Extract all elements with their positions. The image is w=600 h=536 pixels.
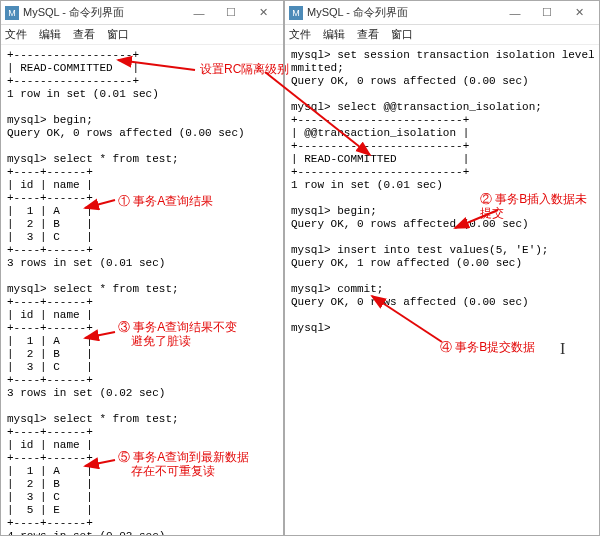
app-icon: M	[289, 6, 303, 20]
menu-view[interactable]: 查看	[73, 27, 95, 42]
svg-text:M: M	[292, 8, 300, 18]
terminal-output-b[interactable]: mysql> set session transaction isolation…	[285, 45, 599, 535]
menubar-a: 文件 编辑 查看 窗口	[1, 25, 283, 45]
terminal-window-b: M MySQL - 命令列界面 — ☐ ✕ 文件 编辑 查看 窗口 mysql>…	[284, 0, 600, 536]
menu-file[interactable]: 文件	[5, 27, 27, 42]
titlebar-a: M MySQL - 命令列界面 — ☐ ✕	[1, 1, 283, 25]
app-icon: M	[5, 6, 19, 20]
menu-view[interactable]: 查看	[357, 27, 379, 42]
menu-window[interactable]: 窗口	[107, 27, 129, 42]
close-button[interactable]: ✕	[563, 2, 595, 24]
window-title: MySQL - 命令列界面	[307, 5, 499, 20]
window-title: MySQL - 命令列界面	[23, 5, 183, 20]
menu-window[interactable]: 窗口	[391, 27, 413, 42]
close-button[interactable]: ✕	[247, 2, 279, 24]
text-cursor-icon: I	[560, 340, 565, 358]
minimize-button[interactable]: —	[499, 2, 531, 24]
menu-edit[interactable]: 编辑	[39, 27, 61, 42]
menu-file[interactable]: 文件	[289, 27, 311, 42]
maximize-button[interactable]: ☐	[531, 2, 563, 24]
menu-edit[interactable]: 编辑	[323, 27, 345, 42]
menubar-b: 文件 编辑 查看 窗口	[285, 25, 599, 45]
svg-text:M: M	[8, 8, 16, 18]
terminal-output-a[interactable]: +------------------+ | READ-COMMITTED | …	[1, 45, 283, 535]
minimize-button[interactable]: —	[183, 2, 215, 24]
terminal-window-a: M MySQL - 命令列界面 — ☐ ✕ 文件 编辑 查看 窗口 +-----…	[0, 0, 284, 536]
maximize-button[interactable]: ☐	[215, 2, 247, 24]
titlebar-b: M MySQL - 命令列界面 — ☐ ✕	[285, 1, 599, 25]
